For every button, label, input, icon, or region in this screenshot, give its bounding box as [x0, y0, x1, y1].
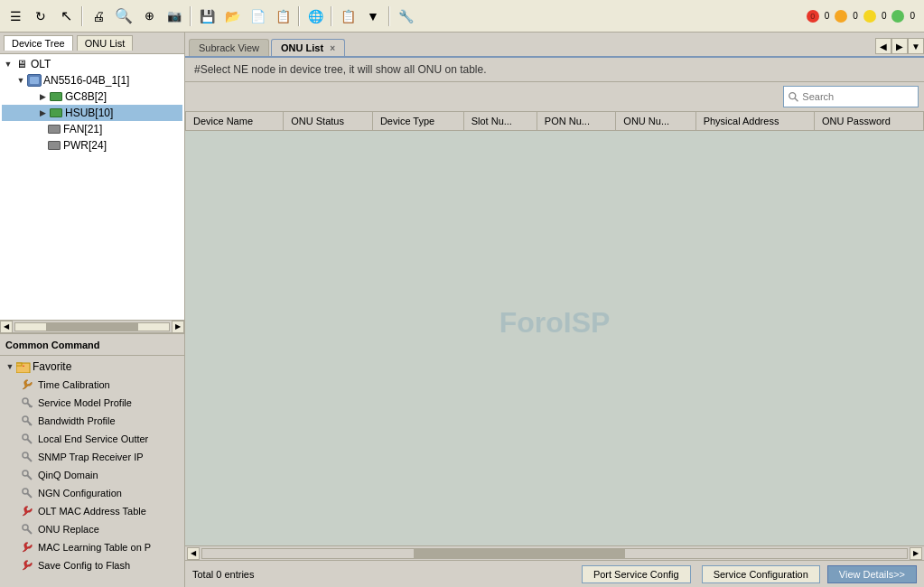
- toolbar-sep-4: [331, 6, 332, 26]
- expander-an5516[interactable]: ▼: [14, 74, 27, 87]
- tree-label-gc8b: GC8B[2]: [65, 90, 107, 103]
- cmd-snmp[interactable]: SNMP Trap Receiver IP: [0, 448, 184, 466]
- horizontal-scrollbar[interactable]: ◀ ▶: [185, 545, 924, 560]
- scroll-left-btn[interactable]: ◀: [0, 321, 13, 333]
- cmd-service-model[interactable]: Service Model Profile: [0, 394, 184, 412]
- tree-item-fan[interactable]: FAN[21]: [2, 121, 182, 137]
- tab-subrack-view[interactable]: Subrack View: [189, 39, 269, 56]
- toolbar-sep-1: [81, 6, 83, 26]
- tree-item-olt[interactable]: ▼ 🖥 OLT: [2, 56, 182, 72]
- expander-hsub[interactable]: ▶: [36, 107, 49, 119]
- cmd-save-config[interactable]: Save Config to Flash: [0, 556, 184, 574]
- folder-icon-olt: 🖥: [14, 57, 29, 71]
- favorite-label: Favorite: [33, 360, 71, 373]
- cmd-ngn[interactable]: NGN Configuration: [0, 484, 184, 502]
- extra-btn[interactable]: ▼: [361, 5, 385, 28]
- svg-line-11: [27, 439, 32, 443]
- wrench-icon-4: [20, 558, 34, 573]
- tree-label-fan: FAN[21]: [63, 123, 102, 135]
- tb-btn-2[interactable]: 📋: [271, 5, 294, 28]
- table-header-row: Device Name ONU Status Device Type Slot …: [186, 112, 924, 131]
- tree-label-olt: OLT: [31, 58, 51, 70]
- cmd-local-end[interactable]: Local End Service Outter: [0, 430, 184, 448]
- device-tree-header: Device Tree ONU List: [0, 33, 184, 54]
- cmd-mac-learning[interactable]: MAC Learning Table on P: [0, 538, 184, 556]
- search-bar: [185, 82, 924, 111]
- key-icon-7: [20, 522, 34, 536]
- properties-btn[interactable]: 📋: [336, 5, 359, 28]
- tab-next-btn[interactable]: ▶: [891, 38, 908, 54]
- icon-hsub: [49, 106, 63, 120]
- scroll-track: [14, 322, 170, 331]
- tb-btn-1[interactable]: 📄: [246, 5, 269, 28]
- cmd-label-onu-replace: ONU Replace: [38, 524, 99, 535]
- tree-item-gc8b[interactable]: ▶ GC8B[2]: [2, 89, 182, 105]
- icon-gc8b: [49, 89, 63, 104]
- menu-btn[interactable]: ☰: [4, 5, 27, 28]
- onu-table: Device Name ONU Status Device Type Slot …: [185, 111, 924, 131]
- status-bar: Total 0 entries Port Service Config Serv…: [185, 560, 924, 587]
- zoom-in-btn[interactable]: ⊕: [137, 5, 161, 28]
- search-input[interactable]: [802, 91, 914, 102]
- col-physical-addr: Physical Address: [695, 112, 814, 131]
- wrench-icon-3: [20, 540, 34, 554]
- scroll-thumb: [46, 323, 138, 331]
- network-btn[interactable]: 🌐: [303, 5, 327, 28]
- tree-item-an5516[interactable]: ▼ AN5516-04B_1[1]: [2, 72, 182, 89]
- expander-olt[interactable]: ▼: [2, 58, 14, 70]
- camera-btn[interactable]: 📷: [163, 5, 186, 28]
- cmd-label-save-config: Save Config to Flash: [38, 560, 130, 571]
- favorite-folder-icon: [16, 359, 31, 374]
- green-count-label: 0: [910, 11, 915, 21]
- expander-gc8b[interactable]: ▶: [36, 90, 49, 103]
- tree-item-hsub[interactable]: ▶ HSUB[10]: [2, 105, 182, 121]
- icon-pwr: [47, 138, 61, 153]
- zoom-out-btn[interactable]: 🔍: [112, 5, 135, 28]
- left-panel: Device Tree ONU List ▼ 🖥 OLT ▼: [0, 33, 185, 587]
- favorite-group-header[interactable]: ▼ Favorite: [0, 358, 184, 376]
- cmd-label-bandwidth: Bandwidth Profile: [38, 415, 116, 426]
- refresh-btn[interactable]: ↻: [29, 5, 52, 28]
- port-service-config-btn[interactable]: Port Service Config: [582, 565, 691, 583]
- scroll-right-btn[interactable]: ▶: [172, 321, 184, 333]
- yellow-count-label: 0: [882, 11, 887, 21]
- search-icon: [788, 90, 798, 103]
- device-tree-tab[interactable]: Device Tree: [4, 35, 73, 51]
- save-btn[interactable]: 💾: [195, 5, 219, 28]
- total-entries: Total 0 entries: [192, 569, 254, 580]
- tab-onu-list[interactable]: ONU List ×: [271, 39, 345, 56]
- tab-nav: ◀ ▶ ▼: [875, 38, 924, 56]
- favorite-expander[interactable]: ▼: [4, 360, 16, 373]
- cmd-onu-replace[interactable]: ONU Replace: [0, 520, 184, 538]
- svg-line-13: [27, 457, 32, 461]
- tree-item-pwr[interactable]: PWR[24]: [2, 137, 182, 154]
- tree-scrollbar[interactable]: ◀ ▶: [0, 320, 184, 332]
- cmd-qinq[interactable]: QinQ Domain: [0, 466, 184, 484]
- tab-menu-btn[interactable]: ▼: [908, 38, 924, 54]
- folder-icon-an5516: [27, 73, 42, 88]
- svg-line-21: [795, 98, 798, 102]
- scroll-right-btn[interactable]: ▶: [910, 547, 922, 560]
- open-btn[interactable]: 📂: [220, 5, 244, 28]
- orange-light: [835, 10, 847, 23]
- tb-btn-end[interactable]: 🔧: [394, 5, 417, 28]
- cursor-btn[interactable]: ↖: [54, 5, 78, 28]
- info-text: #Select NE node in device tree, it will …: [194, 63, 487, 76]
- view-details-btn[interactable]: View Details>>: [827, 565, 917, 583]
- tab-prev-btn[interactable]: ◀: [875, 38, 891, 54]
- cmd-bandwidth[interactable]: Bandwidth Profile: [0, 412, 184, 430]
- tab-close-onu-list[interactable]: ×: [330, 43, 335, 53]
- command-content: ▼ Favorite: [0, 356, 184, 587]
- svg-line-17: [27, 493, 32, 498]
- print-btn[interactable]: 🖨: [87, 5, 110, 28]
- cmd-olt-mac[interactable]: OLT MAC Address Table: [0, 502, 184, 520]
- service-configuration-btn[interactable]: Service Configuration: [702, 565, 820, 583]
- wrench-icon-2: [20, 504, 34, 518]
- svg-point-20: [789, 93, 796, 99]
- onu-list-tab-left[interactable]: ONU List: [77, 35, 134, 51]
- tab-onu-list-label: ONU List: [281, 42, 323, 53]
- tab-bar: Subrack View ONU List × ◀ ▶ ▼: [185, 33, 924, 58]
- cmd-time-calibration[interactable]: Time Calibration: [0, 376, 184, 394]
- key-icon-2: [20, 414, 34, 428]
- scroll-left-btn[interactable]: ◀: [187, 547, 200, 560]
